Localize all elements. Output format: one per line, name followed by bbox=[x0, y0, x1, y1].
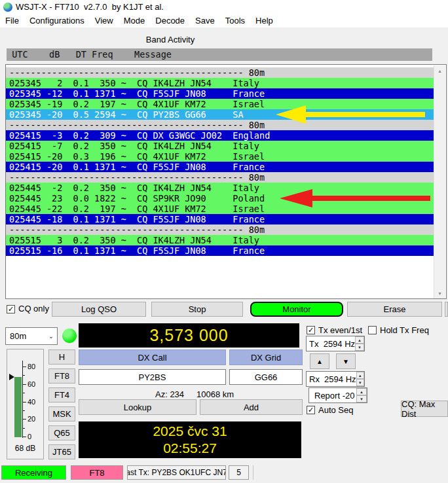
band-select-value: 80m bbox=[6, 331, 45, 341]
meter-minor-tick bbox=[22, 393, 25, 393]
vertical-scrollbar[interactable]: ▲ ▼ bbox=[434, 65, 445, 298]
meter-tick bbox=[22, 402, 26, 402]
dx-call-input[interactable]: PY2BS bbox=[79, 369, 226, 385]
meter-pointer-icon bbox=[9, 374, 14, 380]
wsjtx-window: WSJT-X - FT710 v2.7.0 by K1JT et al. Fil… bbox=[0, 0, 448, 483]
meter-minor-tick bbox=[22, 375, 25, 376]
auto-seq-label: Auto Seq bbox=[318, 405, 354, 415]
decode-rows: ----------------------------------------… bbox=[6, 67, 435, 256]
window-title: WSJT-X - FT710 v2.7.0 by K1JT et al. bbox=[16, 2, 164, 12]
band-select[interactable]: 80m ⌄ bbox=[5, 327, 58, 345]
menu-configurations[interactable]: Configurations bbox=[24, 14, 90, 27]
cq-only-label: CQ only bbox=[18, 304, 49, 313]
spin-down-icon[interactable]: ▼ bbox=[356, 379, 364, 386]
decode-row[interactable]: 025345 2 0.1 350 ~ CQ IK4LZH JN54 Italy bbox=[6, 78, 435, 88]
menu-mode[interactable]: Mode bbox=[119, 14, 151, 27]
band-separator-row: ----------------------------------------… bbox=[6, 67, 435, 78]
decode-row[interactable]: 025415 -20 0.1 1371 ~ CQ F5SJF JN08 Fran… bbox=[6, 162, 435, 172]
time-value: 02:55:27 bbox=[163, 440, 217, 457]
meter-db-label: 68 dB bbox=[7, 444, 43, 453]
mode-button-h[interactable]: H bbox=[48, 349, 75, 365]
frequency-display: 3,573 000 bbox=[79, 323, 299, 348]
menu-tools[interactable]: Tools bbox=[220, 14, 250, 27]
signal-meter: 806040200 68 dB bbox=[7, 349, 44, 459]
dx-call-header: DX Call bbox=[79, 349, 226, 365]
menu-file[interactable]: File bbox=[0, 14, 24, 27]
clipped-button[interactable] bbox=[445, 302, 448, 317]
status-receiving: Receiving bbox=[1, 465, 66, 480]
spin-up-icon[interactable]: ▲ bbox=[356, 372, 364, 379]
cq-only-checkbox[interactable]: ✓ bbox=[7, 305, 15, 313]
tx-freq-value: Tx 2594 Hz bbox=[307, 336, 355, 351]
hold-tx-freq-label: Hold Tx Freq bbox=[380, 325, 429, 335]
app-globe-icon bbox=[3, 3, 12, 12]
meter-tick-label: 40 bbox=[28, 398, 35, 406]
decode-row[interactable]: 025415 -20 0.3 196 ~ CQ 4X1UF KM72 Israe… bbox=[6, 151, 435, 162]
spin-down-icon[interactable]: ▼ bbox=[356, 395, 367, 402]
auto-seq-checkbox[interactable]: ✓ bbox=[307, 406, 315, 414]
menu-save[interactable]: Save bbox=[190, 14, 220, 27]
meter-tick bbox=[22, 419, 26, 420]
scroll-up-icon[interactable]: ▲ bbox=[434, 65, 445, 76]
mode-button-ft8[interactable]: FT8 bbox=[48, 368, 75, 384]
title-bar: WSJT-X - FT710 v2.7.0 by K1JT et al. bbox=[0, 0, 448, 14]
band-separator-row: ----------------------------------------… bbox=[6, 172, 435, 183]
decode-row[interactable]: 025445 -18 0.1 1371 ~ CQ F5SJF JN08 Fran… bbox=[6, 214, 435, 224]
mode-button-jt65[interactable]: JT65 bbox=[48, 444, 75, 459]
report-value: Report -20 bbox=[309, 388, 356, 402]
lookup-button[interactable]: Lookup bbox=[79, 399, 196, 415]
chevron-down-icon: ⌄ bbox=[45, 332, 57, 340]
cq-max-dist-button[interactable]: CQ: Max Dist bbox=[401, 401, 448, 417]
yellow-arrow-annotation bbox=[274, 105, 427, 124]
meter-tick bbox=[22, 367, 26, 367]
add-button[interactable]: Add bbox=[200, 399, 303, 415]
tx-even-label: Tx even/1st bbox=[318, 325, 362, 335]
meter-minor-tick bbox=[22, 410, 25, 411]
band-activity-title: Band Activity bbox=[105, 35, 236, 45]
freq-down-button[interactable]: ▼ bbox=[336, 353, 356, 369]
dx-grid-header: DX Grid bbox=[229, 349, 303, 365]
decode-row[interactable]: 025415 -3 0.2 309 ~ CQ DX G3WGC JO02 Eng… bbox=[6, 130, 435, 141]
status-divider bbox=[253, 465, 253, 480]
mode-button-ft4[interactable]: FT4 bbox=[48, 387, 75, 402]
date-time-display: 2025 čvc 31 02:55:27 bbox=[79, 421, 301, 458]
report-spinner[interactable]: Report -20 ▲▼ bbox=[308, 387, 367, 403]
stop-button[interactable]: Stop bbox=[151, 302, 243, 317]
rx-status-indicator bbox=[62, 329, 77, 343]
mode-button-q65[interactable]: Q65 bbox=[48, 425, 75, 440]
band-activity-pane[interactable]: ----------------------------------------… bbox=[5, 64, 447, 299]
rx-freq-spinner[interactable]: Rx 2594 Hz ▲▼ bbox=[306, 371, 365, 387]
status-last-tx: Last Tx: PY2BS OK1UFC JN78 bbox=[127, 465, 226, 480]
tx-even-checkbox[interactable]: ✓ bbox=[307, 326, 315, 334]
menu-bar: FileConfigurationsViewModeDecodeSaveTool… bbox=[0, 14, 448, 27]
meter-tick bbox=[22, 384, 26, 385]
spin-up-icon[interactable]: ▲ bbox=[355, 336, 364, 344]
decode-row[interactable]: 025515 -16 0.1 1371 ~ CQ F5SJF JN08 Fran… bbox=[6, 245, 435, 256]
menu-decode[interactable]: Decode bbox=[150, 14, 190, 27]
dx-grid-input[interactable]: GG66 bbox=[229, 369, 303, 385]
meter-axis bbox=[22, 361, 23, 438]
hold-tx-freq-checkbox[interactable] bbox=[368, 326, 377, 334]
status-count: 5 bbox=[229, 465, 249, 480]
meter-tick-label: 0 bbox=[28, 433, 31, 440]
scroll-down-icon[interactable]: ▼ bbox=[434, 288, 445, 298]
menu-help[interactable]: Help bbox=[250, 14, 278, 27]
erase-button[interactable]: Erase bbox=[347, 302, 442, 317]
meter-minor-tick bbox=[22, 428, 25, 429]
spin-up-icon[interactable]: ▲ bbox=[356, 388, 367, 395]
spin-down-icon[interactable]: ▼ bbox=[355, 344, 364, 351]
menu-view[interactable]: View bbox=[90, 14, 119, 27]
log-qso-button[interactable]: Log QSO bbox=[52, 302, 146, 317]
band-separator-row: ----------------------------------------… bbox=[6, 224, 435, 235]
azimuth-label: Az: 234 bbox=[155, 389, 184, 399]
tx-freq-spinner[interactable]: Tx 2594 Hz ▲▼ bbox=[306, 336, 365, 351]
status-mode-badge: FT8 bbox=[71, 465, 123, 480]
decode-row[interactable]: 025415 -7 0.2 350 ~ CQ IK4LZH JN54 Italy bbox=[6, 141, 435, 151]
decode-row[interactable]: 025345 -12 0.1 1371 ~ CQ F5SJF JN08 Fran… bbox=[6, 88, 435, 99]
red-arrow-annotation bbox=[278, 188, 432, 209]
decode-row[interactable]: 025515 3 0.2 350 ~ CQ IK4LZH JN54 Italy bbox=[6, 235, 435, 245]
meter-bar bbox=[14, 377, 22, 437]
monitor-button[interactable]: Monitor bbox=[250, 302, 343, 317]
mode-button-msk[interactable]: MSK bbox=[48, 406, 75, 421]
freq-up-button[interactable]: ▲ bbox=[310, 353, 329, 369]
